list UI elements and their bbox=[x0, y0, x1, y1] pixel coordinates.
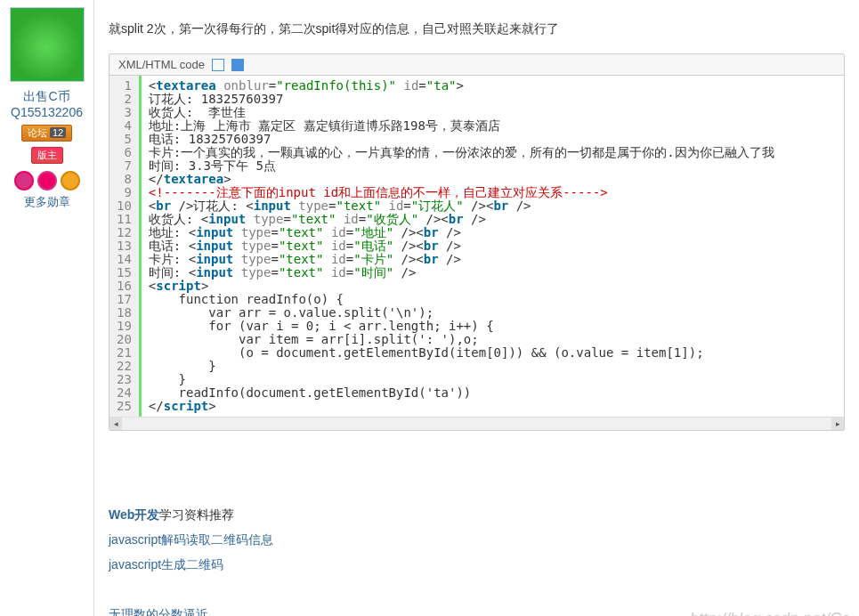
related-link[interactable]: javascript解码读取二维码信息 bbox=[109, 527, 845, 552]
more-medals-link[interactable]: 更多勋章 bbox=[24, 195, 70, 208]
code-line: var item = arr[i].split(': '),o; bbox=[149, 333, 837, 346]
code-language-label: XML/HTML code bbox=[118, 58, 205, 71]
code-line: <br />订花人: <input type="text" id="订花人" /… bbox=[149, 199, 837, 213]
avatar[interactable] bbox=[10, 7, 85, 82]
post-description: 就split 2次，第一次得每行的，第二次spit得对应的信息，自己对照关联起来… bbox=[109, 21, 845, 37]
code-block: XML/HTML code 12345678910111213141516171… bbox=[109, 53, 845, 431]
help-icon[interactable] bbox=[231, 59, 244, 71]
medal-icon[interactable] bbox=[37, 171, 57, 190]
code-line: 地址:上海 上海市 嘉定区 嘉定镇街道博乐路198号，莫泰酒店 bbox=[149, 119, 837, 133]
medal-icon[interactable] bbox=[61, 171, 80, 190]
owner-badge[interactable]: 版主 bbox=[31, 147, 63, 164]
related-links: Web开发学习资料推荐 javascript解码读取二维码信息 javascri… bbox=[109, 502, 845, 616]
code-line: <textarea onblur="readInfo(this)" id="ta… bbox=[149, 79, 837, 93]
code-line: 收货人: 李世佳 bbox=[149, 106, 837, 119]
code-line: (o = document.getElementById(item[0])) &… bbox=[149, 346, 837, 360]
code-line: 卡片:一个真实的我，一颗真诚的心，一片真挚的情，一份浓浓的爱，所有的一切都是属于… bbox=[149, 146, 837, 159]
code-line: readInfo(document.getElementById('ta')) bbox=[149, 386, 837, 400]
scroll-right-arrow[interactable]: ▸ bbox=[831, 417, 844, 430]
copy-icon[interactable] bbox=[212, 59, 224, 71]
scroll-left-arrow[interactable]: ◂ bbox=[109, 417, 122, 430]
page: 出售C币Q155132206 论坛 12 版主 更多勋章 就split 2次，第… bbox=[0, 0, 859, 616]
code-line: for (var i = 0; i < arr.length; i++) { bbox=[149, 320, 837, 333]
code-line: 订花人: 18325760397 bbox=[149, 93, 837, 106]
code-body: 1234567891011121314151617181920212223242… bbox=[109, 76, 844, 417]
code-line: } bbox=[149, 360, 837, 373]
medal-icon[interactable] bbox=[14, 171, 34, 190]
username-link[interactable]: 出售C币Q155132206 bbox=[0, 89, 93, 119]
code-line: 时间: <input type="text" id="时间" /> bbox=[149, 266, 837, 280]
code-lines[interactable]: <textarea onblur="readInfo(this)" id="ta… bbox=[142, 76, 844, 417]
links-heading: Web开发学习资料推荐 bbox=[109, 502, 845, 527]
code-line: 地址: <input type="text" id="地址" /><br /> bbox=[149, 226, 837, 239]
code-line: } bbox=[149, 373, 837, 386]
watermark-text: http://blog.csdn.net/Co bbox=[690, 610, 850, 616]
forum-badge[interactable]: 论坛 12 bbox=[21, 125, 72, 142]
code-line: 卡片: <input type="text" id="卡片" /><br /> bbox=[149, 253, 837, 266]
code-line: <script> bbox=[149, 280, 837, 293]
line-number-gutter: 1234567891011121314151617181920212223242… bbox=[109, 76, 142, 417]
code-line: 电话: <input type="text" id="电话" /><br /> bbox=[149, 239, 837, 253]
post-content: 就split 2次，第一次得每行的，第二次spit得对应的信息，自己对照关联起来… bbox=[94, 0, 859, 616]
code-header: XML/HTML code bbox=[109, 54, 844, 76]
medal-row bbox=[0, 171, 93, 190]
user-sidebar: 出售C币Q155132206 论坛 12 版主 更多勋章 bbox=[0, 0, 94, 616]
avatar-image bbox=[12, 10, 80, 77]
code-line: 电话: 18325760397 bbox=[149, 133, 837, 146]
code-line: </script> bbox=[149, 400, 837, 413]
code-line: </textarea> bbox=[149, 173, 837, 186]
horizontal-scrollbar[interactable]: ◂ ▸ bbox=[109, 417, 844, 430]
code-line: var arr = o.value.split('\n'); bbox=[149, 306, 837, 320]
code-line: 收货人: <input type="text" id="收货人" /><br /… bbox=[149, 213, 837, 226]
code-line: function readInfo(o) { bbox=[149, 293, 837, 306]
code-line: <!-------注意下面的input id和上面信息的不一样，自己建立对应关系… bbox=[149, 186, 837, 199]
related-link[interactable]: javascript生成二维码 bbox=[109, 552, 845, 577]
code-line: 时间: 3.3号下午 5点 bbox=[149, 159, 837, 173]
